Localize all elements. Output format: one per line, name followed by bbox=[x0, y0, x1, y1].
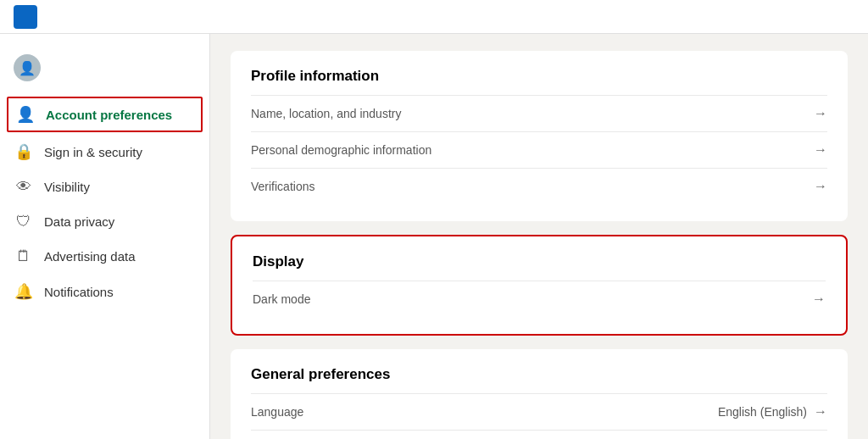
arrow-icon: → bbox=[814, 106, 827, 121]
section-item[interactable]: Personal demographic information→ bbox=[251, 131, 827, 168]
section-item[interactable]: Dark mode→ bbox=[253, 281, 826, 317]
sidebar-item-notifications[interactable]: 🔔Notifications bbox=[0, 274, 209, 309]
sign-in-security-icon: 🔒 bbox=[14, 142, 34, 161]
visibility-label: Visibility bbox=[44, 180, 90, 194]
account-preferences-icon: 👤 bbox=[15, 105, 36, 124]
section-display: DisplayDark mode→ bbox=[231, 235, 848, 336]
section-general-preferences: General preferencesLanguageEnglish (Engl… bbox=[231, 349, 848, 439]
arrow-icon: → bbox=[812, 292, 826, 307]
sections-container: Profile informationName, location, and i… bbox=[231, 51, 848, 439]
section-item-value: English (English) bbox=[718, 405, 807, 419]
section-item-label: Personal demographic information bbox=[251, 143, 431, 157]
sidebar-item-data-privacy[interactable]: 🛡Data privacy bbox=[0, 204, 209, 239]
data-privacy-label: Data privacy bbox=[44, 214, 114, 229]
content-area: Profile informationName, location, and i… bbox=[210, 34, 868, 439]
notifications-label: Notifications bbox=[44, 285, 114, 299]
section-item[interactable]: Verifications→ bbox=[251, 168, 827, 204]
avatar-icon: 👤 bbox=[19, 60, 36, 76]
account-preferences-label: Account preferences bbox=[46, 108, 172, 122]
section-item[interactable]: LanguageEnglish (English)→ bbox=[251, 393, 827, 430]
sidebar-title-area: 👤 bbox=[0, 47, 209, 95]
section-item-label: Dark mode bbox=[253, 292, 310, 306]
linkedin-logo[interactable] bbox=[14, 5, 37, 29]
sidebar-item-advertising-data[interactable]: 🗒Advertising data bbox=[0, 239, 209, 274]
section-item[interactable]: Content language→ bbox=[251, 430, 827, 439]
main-layout: 👤 👤Account preferences🔒Sign in & securit… bbox=[0, 34, 868, 439]
section-title-display: Display bbox=[253, 253, 826, 270]
section-title-general-preferences: General preferences bbox=[251, 366, 827, 383]
section-item-right: → bbox=[814, 179, 827, 194]
section-item-right: → bbox=[812, 292, 826, 307]
sign-in-security-label: Sign in & security bbox=[44, 145, 142, 159]
section-item-label: Verifications bbox=[251, 180, 314, 193]
section-item-right: → bbox=[814, 142, 827, 158]
section-item-label: Name, location, and industry bbox=[251, 107, 401, 120]
section-title-profile-information: Profile information bbox=[251, 68, 827, 85]
sidebar-nav: 👤Account preferences🔒Sign in & security👁… bbox=[0, 97, 209, 309]
advertising-data-icon: 🗒 bbox=[14, 247, 34, 265]
section-item-label: Language bbox=[251, 405, 303, 419]
sidebar: 👤 👤Account preferences🔒Sign in & securit… bbox=[0, 34, 210, 439]
sidebar-item-visibility[interactable]: 👁Visibility bbox=[0, 169, 209, 204]
sidebar-item-account-preferences[interactable]: 👤Account preferences bbox=[7, 97, 203, 132]
visibility-icon: 👁 bbox=[14, 178, 34, 196]
arrow-icon: → bbox=[814, 404, 827, 420]
sidebar-item-sign-in-security[interactable]: 🔒Sign in & security bbox=[0, 134, 209, 169]
advertising-data-label: Advertising data bbox=[44, 249, 136, 264]
section-item-right: English (English)→ bbox=[718, 404, 827, 420]
section-item[interactable]: Name, location, and industry→ bbox=[251, 95, 827, 131]
notifications-icon: 🔔 bbox=[14, 282, 34, 301]
section-item-right: → bbox=[814, 106, 827, 121]
topbar bbox=[0, 0, 868, 34]
avatar: 👤 bbox=[14, 54, 41, 81]
section-profile-information: Profile informationName, location, and i… bbox=[231, 51, 848, 221]
arrow-icon: → bbox=[814, 179, 827, 194]
arrow-icon: → bbox=[814, 142, 827, 158]
data-privacy-icon: 🛡 bbox=[14, 213, 34, 231]
